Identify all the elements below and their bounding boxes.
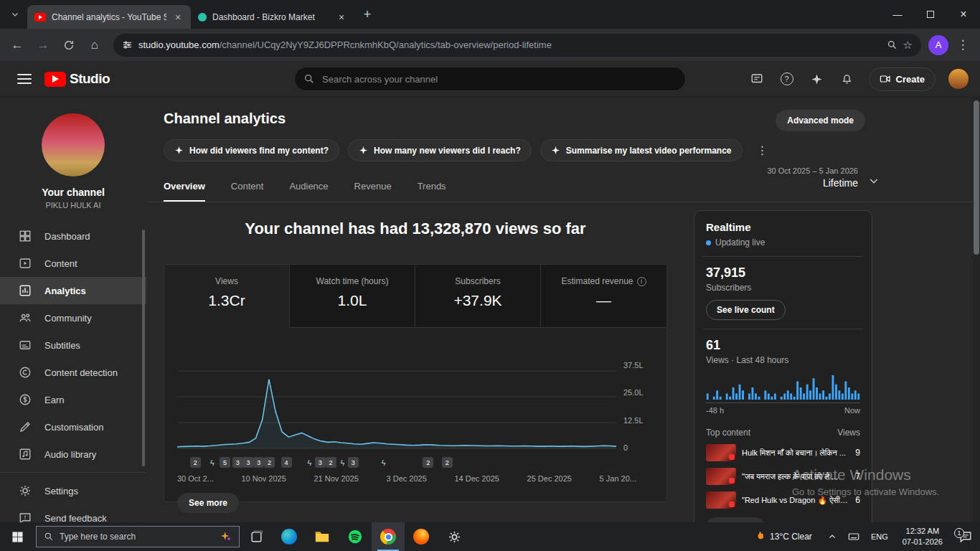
sidebar-item-content-detection[interactable]: Content detection [0, 359, 146, 386]
see-more-button[interactable]: See more [177, 493, 239, 513]
video-feedback-icon[interactable] [744, 66, 770, 92]
edge-icon[interactable] [273, 522, 306, 551]
advanced-mode-button[interactable]: Advanced mode [776, 110, 865, 131]
channel-avatar[interactable] [42, 113, 105, 176]
taskbar-weather[interactable]: 13°C Clear [744, 530, 822, 543]
video-marker-badge[interactable]: 3 [253, 457, 264, 468]
video-marker-badge[interactable]: 3 [348, 457, 359, 468]
views-line-chart[interactable] [177, 359, 616, 452]
create-button[interactable]: Create [869, 67, 936, 91]
studio-search-input[interactable] [322, 74, 677, 85]
sidebar-item-earn[interactable]: Earn [0, 386, 146, 413]
see-live-count-button[interactable]: See live count [706, 300, 786, 320]
realtime-bar-chart[interactable] [706, 372, 860, 403]
video-marker-badge[interactable]: 3 [242, 457, 253, 468]
home-icon[interactable]: ⌂ [83, 34, 106, 57]
maximize-button[interactable] [914, 0, 947, 29]
taskbar-search[interactable]: Type here to search [36, 526, 240, 547]
tab-close-icon[interactable]: × [336, 11, 347, 23]
info-icon[interactable]: i [637, 277, 646, 286]
taskbar-clock[interactable]: 12:32 AM 07-01-2026 [895, 526, 950, 547]
settings-gear-icon[interactable] [438, 522, 471, 551]
studio-profile-avatar[interactable] [948, 69, 969, 89]
top-content-row[interactable]: "Red Hulk vs Dragon 🔥 ऐसी ल... 6 [706, 491, 860, 509]
video-marker-icon[interactable]: ϟ [378, 457, 389, 468]
new-tab-button[interactable]: + [357, 4, 377, 24]
tab-trends[interactable]: Trends [418, 181, 446, 202]
address-bar[interactable]: studio.youtube.com/channel/UCqy2NyY9ZJ6D… [113, 34, 921, 57]
video-marker-icon[interactable]: ϟ [304, 457, 315, 468]
chip-how-found[interactable]: How did viewers find my content? [164, 139, 339, 161]
video-marker-badge[interactable]: 2 [423, 457, 433, 468]
chevron-down-icon[interactable] [868, 175, 880, 187]
browser-profile-avatar[interactable]: A [928, 35, 948, 55]
tab-revenue[interactable]: Revenue [354, 181, 392, 202]
site-settings-icon[interactable] [122, 39, 133, 50]
sidebar-item-community[interactable]: Community [0, 304, 146, 331]
video-marker-icon[interactable]: ϟ [207, 457, 217, 468]
tab-overview[interactable]: Overview [164, 181, 205, 202]
top-content-row[interactable]: Hulk मिशन माँ को बचाना। लेकिन ... 9 [706, 444, 860, 461]
studio-logo[interactable]: Studio [44, 71, 110, 87]
scrollbar-thumb[interactable] [974, 100, 979, 255]
video-marker-badge[interactable]: 5 [220, 457, 230, 468]
top-content-row[interactable]: "जब यमराज हल्क के पापा को ले ... 7 [706, 468, 860, 485]
video-marker-icon[interactable]: ϟ [337, 457, 348, 468]
video-markers[interactable]: 2ϟ533324ϟ32ϟ3ϟ22 [177, 457, 616, 469]
touch-keyboard-icon[interactable] [844, 522, 864, 551]
close-button[interactable]: × [947, 0, 980, 29]
tab-search-icon[interactable] [4, 4, 26, 25]
bookmark-star-icon[interactable]: ☆ [903, 39, 913, 52]
sidebar-item-audio-library[interactable]: Audio library [0, 441, 146, 468]
metric-subscribers[interactable]: Subscribers +37.9K [415, 265, 541, 328]
metric-watch-time[interactable]: Watch time (hours) 1.0L [290, 265, 415, 328]
sidebar-item-analytics[interactable]: Analytics [0, 277, 146, 304]
notifications-bell-icon[interactable] [834, 66, 860, 92]
back-icon[interactable]: ← [6, 34, 29, 57]
menu-hamburger-icon[interactable] [11, 66, 37, 92]
metric-views[interactable]: Views 1.3Cr [164, 265, 290, 328]
tray-chevron-up-icon[interactable] [822, 522, 842, 551]
sidebar-item-customisation[interactable]: Customisation [0, 413, 146, 441]
sidebar-item-content[interactable]: Content [0, 250, 146, 277]
chip-summarise-performance[interactable]: Summarise my latest video performance [540, 139, 743, 161]
sidebar-item-settings[interactable]: Settings [0, 477, 146, 504]
chips-more-icon[interactable]: ⋮ [751, 141, 774, 160]
sidebar-scrollbar[interactable] [142, 230, 145, 466]
video-marker-badge[interactable]: 4 [281, 457, 292, 468]
video-marker-badge[interactable]: 2 [326, 457, 336, 468]
start-button[interactable] [0, 522, 34, 551]
file-explorer-icon[interactable] [306, 522, 339, 551]
sidebar-item-subtitles[interactable]: Subtitles [0, 331, 146, 359]
firefox-icon[interactable] [405, 522, 438, 551]
tab-close-icon[interactable]: × [172, 11, 184, 23]
tab-content[interactable]: Content [231, 181, 264, 202]
help-icon[interactable]: ? [774, 66, 800, 92]
metric-estimated-revenue[interactable]: Estimated revenuei — [541, 265, 666, 328]
language-indicator[interactable]: ENG [865, 532, 894, 541]
minimize-button[interactable]: — [881, 0, 914, 29]
tab-audience[interactable]: Audience [289, 181, 328, 202]
video-marker-badge[interactable]: 2 [442, 457, 453, 468]
video-marker-badge[interactable]: 3 [315, 457, 326, 468]
browser-menu-icon[interactable]: ⋮ [951, 34, 974, 57]
date-range-picker[interactable]: 30 Oct 2025 – 5 Jan 2026 Lifetime [767, 166, 858, 189]
browser-tab-active[interactable]: Channel analytics - YouTube St × [27, 5, 191, 29]
browser-tab-inactive[interactable]: Dashboard - Bizkro Market × [191, 5, 354, 29]
page-scrollbar[interactable] [973, 98, 980, 522]
video-marker-badge[interactable]: 3 [232, 457, 243, 468]
studio-search-bar[interactable] [294, 67, 686, 91]
notification-center-icon[interactable]: 1 [951, 522, 980, 551]
spotify-icon[interactable] [339, 522, 372, 551]
chip-new-viewers[interactable]: How many new viewers did I reach? [348, 139, 532, 161]
video-marker-badge[interactable]: 2 [264, 457, 275, 468]
task-view-icon[interactable] [240, 522, 273, 551]
sparkle-icon [359, 146, 368, 155]
reload-icon[interactable] [57, 34, 80, 57]
video-marker-badge[interactable]: 2 [190, 457, 201, 468]
forward-icon[interactable]: → [32, 34, 55, 57]
sparkle-icon[interactable] [804, 66, 830, 92]
chrome-icon[interactable] [372, 522, 405, 551]
zoom-icon[interactable] [887, 39, 897, 50]
sidebar-item-dashboard[interactable]: Dashboard [0, 222, 146, 250]
